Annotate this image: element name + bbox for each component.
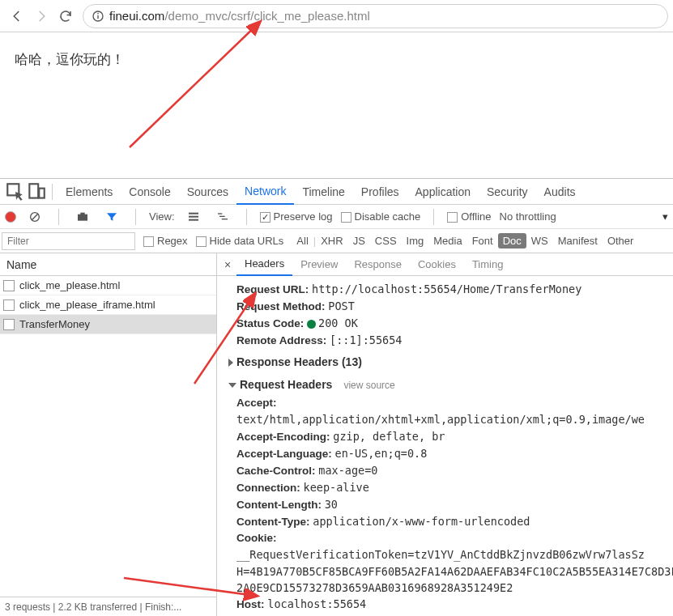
- type-all[interactable]: All: [292, 233, 313, 249]
- tab-sources[interactable]: Sources: [179, 179, 236, 205]
- header-content-type: Content-Type: application/x-www-form-url…: [228, 513, 673, 530]
- detail-tab-response[interactable]: Response: [346, 253, 410, 276]
- preserve-log-checkbox[interactable]: Preserve log: [260, 210, 333, 223]
- hide-data-urls-checkbox[interactable]: Hide data URLs: [196, 235, 284, 247]
- reload-button[interactable]: [53, 4, 78, 28]
- inspect-icon[interactable]: [5, 181, 26, 202]
- network-filter-bar: Regex Hide data URLs All | XHR JS CSS Im…: [0, 229, 673, 253]
- header-origin: Origin: http://fineui.com: [228, 613, 673, 616]
- type-font[interactable]: Font: [467, 233, 498, 249]
- request-status-bar: 3 requests | 2.2 KB transferred | Finish…: [0, 597, 216, 616]
- tab-security[interactable]: Security: [479, 179, 536, 205]
- header-accept-language: Accept-Language: en-US,en;q=0.8: [228, 445, 673, 462]
- throttling-select[interactable]: No throttling: [500, 210, 556, 223]
- detail-tab-preview[interactable]: Preview: [292, 253, 346, 276]
- header-cookie-cont: 2A0E9CD15573278D3659AAB0316968928A351249…: [228, 580, 673, 596]
- type-css[interactable]: CSS: [370, 233, 402, 249]
- header-cache-control: Cache-Control: max-age=0: [228, 462, 673, 479]
- forward-button[interactable]: [29, 4, 53, 28]
- header-cookie: Cookie: __RequestVerificationToken=tzV1Y…: [228, 530, 673, 563]
- header-content-length: Content-Length: 30: [228, 496, 673, 513]
- tab-network[interactable]: Network: [236, 179, 294, 205]
- type-xhr[interactable]: XHR: [316, 233, 347, 249]
- network-body: Name click_me_please.html click_me_pleas…: [0, 253, 673, 616]
- waterfall-icon[interactable]: [212, 206, 233, 227]
- general-status-code: Status Code: 200 OK: [228, 315, 673, 332]
- tab-audits[interactable]: Audits: [536, 179, 584, 205]
- svg-rect-14: [218, 213, 222, 214]
- tab-application[interactable]: Application: [407, 179, 479, 205]
- clear-button[interactable]: [24, 206, 45, 227]
- status-dot-icon: [307, 320, 316, 329]
- detail-tab-timing[interactable]: Timing: [464, 253, 512, 276]
- type-img[interactable]: Img: [402, 233, 429, 249]
- device-icon[interactable]: [26, 181, 47, 202]
- type-manifest[interactable]: Manifest: [553, 233, 603, 249]
- tab-profiles[interactable]: Profiles: [353, 179, 407, 205]
- request-row[interactable]: click_me_please.html: [0, 276, 216, 295]
- file-icon: [3, 280, 15, 291]
- request-detail: × Headers Preview Response Cookies Timin…: [217, 253, 673, 616]
- network-toolbar: View: Preserve log Disable cache Offline…: [0, 205, 673, 229]
- svg-rect-9: [78, 214, 87, 220]
- devtools-tabbar: Elements Console Sources Network Timelin…: [0, 179, 673, 205]
- detail-body: Request URL: http://localhost:55654/Home…: [217, 276, 673, 616]
- header-accept-encoding: Accept-Encoding: gzip, deflate, br: [228, 428, 673, 445]
- view-label: View:: [149, 210, 175, 223]
- disable-cache-checkbox[interactable]: Disable cache: [341, 210, 421, 223]
- type-ws[interactable]: WS: [526, 233, 553, 249]
- close-detail-button[interactable]: ×: [219, 258, 236, 271]
- svg-rect-13: [189, 219, 198, 220]
- file-icon: [3, 300, 15, 311]
- file-icon: [3, 319, 15, 330]
- request-row[interactable]: TransferMoney: [0, 315, 216, 334]
- general-remote-address: Remote Address: [::1]:55654: [228, 332, 673, 349]
- large-rows-icon[interactable]: [183, 206, 204, 227]
- capture-screenshots-icon[interactable]: [72, 206, 93, 227]
- type-js[interactable]: JS: [348, 233, 370, 249]
- svg-rect-6: [39, 188, 45, 198]
- general-request-method: Request Method: POST: [228, 298, 673, 315]
- svg-rect-5: [29, 184, 38, 198]
- request-list-head[interactable]: Name: [0, 253, 216, 276]
- detail-tab-headers[interactable]: Headers: [236, 253, 292, 276]
- devtools: Elements Console Sources Network Timelin…: [0, 178, 673, 616]
- tab-console[interactable]: Console: [121, 179, 178, 205]
- svg-rect-12: [189, 215, 198, 217]
- svg-point-2: [97, 12, 99, 14]
- tab-elements[interactable]: Elements: [58, 179, 121, 205]
- svg-rect-11: [189, 212, 198, 214]
- offline-checkbox[interactable]: Offline: [447, 210, 491, 223]
- type-other[interactable]: Other: [603, 233, 639, 249]
- svg-line-8: [32, 214, 38, 220]
- svg-rect-15: [219, 215, 225, 216]
- detail-tabs: × Headers Preview Response Cookies Timin…: [217, 253, 673, 276]
- back-button[interactable]: [5, 4, 29, 28]
- chevron-down-icon[interactable]: ▾: [662, 210, 668, 223]
- site-info-icon: [92, 10, 104, 23]
- tab-timeline[interactable]: Timeline: [294, 179, 352, 205]
- svg-rect-10: [80, 212, 84, 215]
- request-list: Name click_me_please.html click_me_pleas…: [0, 253, 217, 616]
- detail-tab-cookies[interactable]: Cookies: [410, 253, 464, 276]
- filter-icon[interactable]: [101, 206, 122, 227]
- response-headers-section[interactable]: Response Headers (13): [228, 349, 673, 372]
- record-button[interactable]: [5, 211, 16, 223]
- svg-rect-16: [221, 219, 227, 219]
- type-filter: All | XHR JS CSS Img Media Font Doc WS M…: [292, 233, 638, 249]
- type-media[interactable]: Media: [428, 233, 466, 249]
- browser-toolbar: fineui.com/demo_mvc/csrf/click_me_please…: [0, 0, 673, 32]
- request-row[interactable]: click_me_please_iframe.html: [0, 295, 216, 315]
- regex-checkbox[interactable]: Regex: [143, 235, 188, 247]
- header-accept: Accept: text/html,application/xhtml+xml,…: [228, 395, 673, 428]
- view-source-link[interactable]: view source: [343, 380, 394, 391]
- address-bar[interactable]: fineui.com/demo_mvc/csrf/click_me_please…: [83, 4, 668, 28]
- header-cookie-cont: H=4B19A770B5CF85BCA9FF60B5A2FA14A62DAAEF…: [228, 563, 673, 580]
- page-viewport: 哈哈，逗你玩的！: [0, 32, 673, 178]
- type-doc[interactable]: Doc: [498, 233, 526, 249]
- general-request-url: Request URL: http://localhost:55654/Home…: [228, 281, 673, 298]
- header-host: Host: localhost:55654: [228, 596, 673, 613]
- request-headers-section[interactable]: Request Headersview source: [228, 372, 673, 395]
- url-text: fineui.com/demo_mvc/csrf/click_me_please…: [109, 9, 370, 23]
- filter-input[interactable]: [2, 232, 135, 250]
